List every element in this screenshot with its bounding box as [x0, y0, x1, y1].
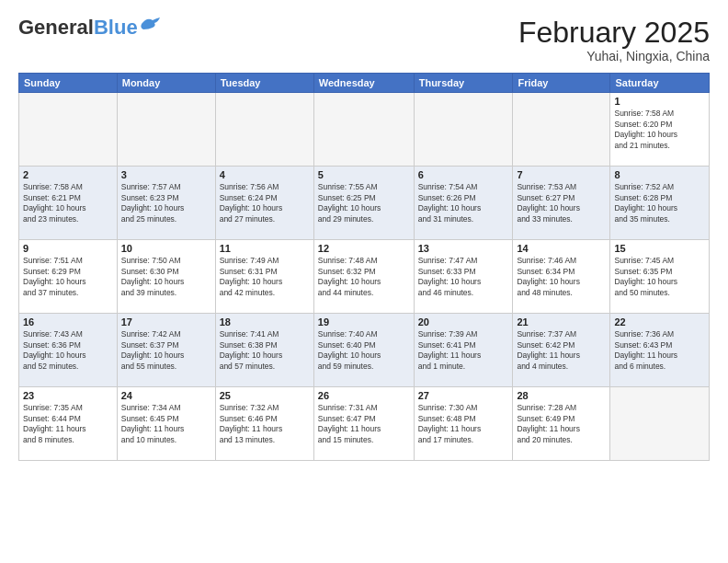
table-row — [19, 93, 118, 167]
table-row: 6Sunrise: 7:54 AM Sunset: 6:26 PM Daylig… — [414, 167, 513, 240]
day-number: 2 — [23, 169, 113, 180]
table-row: 16Sunrise: 7:43 AM Sunset: 6:36 PM Dayli… — [19, 314, 118, 387]
calendar-row-1: 1Sunrise: 7:58 AM Sunset: 6:20 PM Daylig… — [19, 93, 710, 167]
day-number: 9 — [23, 243, 113, 254]
day-number: 12 — [318, 243, 410, 254]
day-info: Sunrise: 7:46 AM Sunset: 6:34 PM Dayligh… — [517, 256, 606, 298]
table-row: 23Sunrise: 7:35 AM Sunset: 6:44 PM Dayli… — [19, 387, 118, 461]
day-number: 19 — [318, 316, 410, 327]
day-info: Sunrise: 7:53 AM Sunset: 6:27 PM Dayligh… — [517, 182, 606, 224]
day-info: Sunrise: 7:41 AM Sunset: 6:38 PM Dayligh… — [220, 329, 310, 372]
day-number: 25 — [220, 390, 310, 401]
table-row: 18Sunrise: 7:41 AM Sunset: 6:38 PM Dayli… — [215, 314, 313, 387]
day-number: 26 — [318, 390, 410, 401]
table-row — [117, 93, 215, 167]
day-number: 16 — [23, 316, 113, 327]
day-info: Sunrise: 7:42 AM Sunset: 6:37 PM Dayligh… — [121, 329, 211, 372]
table-row: 13Sunrise: 7:47 AM Sunset: 6:33 PM Dayli… — [414, 240, 513, 314]
th-monday: Monday — [117, 74, 215, 93]
table-row — [414, 93, 513, 167]
day-number: 6 — [418, 169, 509, 180]
day-number: 20 — [418, 316, 509, 327]
th-sunday: Sunday — [19, 74, 118, 93]
calendar-row-2: 2Sunrise: 7:58 AM Sunset: 6:21 PM Daylig… — [19, 167, 710, 240]
day-info: Sunrise: 7:48 AM Sunset: 6:32 PM Dayligh… — [318, 256, 410, 298]
table-row: 4Sunrise: 7:56 AM Sunset: 6:24 PM Daylig… — [215, 167, 313, 240]
table-row: 3Sunrise: 7:57 AM Sunset: 6:23 PM Daylig… — [117, 167, 215, 240]
day-info: Sunrise: 7:56 AM Sunset: 6:24 PM Dayligh… — [220, 182, 310, 224]
logo-bird-icon — [140, 17, 160, 31]
day-number: 10 — [121, 243, 211, 254]
day-number: 18 — [220, 316, 310, 327]
day-info: Sunrise: 7:54 AM Sunset: 6:26 PM Dayligh… — [418, 182, 509, 224]
day-info: Sunrise: 7:35 AM Sunset: 6:44 PM Dayligh… — [23, 403, 113, 445]
day-number: 14 — [517, 243, 606, 254]
day-info: Sunrise: 7:52 AM Sunset: 6:28 PM Dayligh… — [614, 182, 705, 224]
table-row: 26Sunrise: 7:31 AM Sunset: 6:47 PM Dayli… — [313, 387, 414, 461]
day-number: 11 — [220, 243, 310, 254]
day-number: 23 — [23, 390, 113, 401]
header: GeneralBlue February 2025 Yuhai, Ningxia… — [18, 17, 710, 63]
day-info: Sunrise: 7:39 AM Sunset: 6:41 PM Dayligh… — [418, 329, 509, 372]
day-number: 5 — [318, 169, 410, 180]
day-info: Sunrise: 7:55 AM Sunset: 6:25 PM Dayligh… — [318, 182, 410, 224]
day-number: 15 — [614, 243, 705, 254]
day-number: 3 — [121, 169, 211, 180]
day-info: Sunrise: 7:57 AM Sunset: 6:23 PM Dayligh… — [121, 182, 211, 224]
day-info: Sunrise: 7:30 AM Sunset: 6:48 PM Dayligh… — [418, 403, 509, 445]
calendar: Sunday Monday Tuesday Wednesday Thursday… — [18, 73, 710, 461]
table-row — [215, 93, 313, 167]
day-info: Sunrise: 7:45 AM Sunset: 6:35 PM Dayligh… — [614, 256, 705, 298]
day-number: 24 — [121, 390, 211, 401]
table-row: 7Sunrise: 7:53 AM Sunset: 6:27 PM Daylig… — [513, 167, 610, 240]
table-row: 25Sunrise: 7:32 AM Sunset: 6:46 PM Dayli… — [215, 387, 313, 461]
th-tuesday: Tuesday — [215, 74, 313, 93]
day-info: Sunrise: 7:36 AM Sunset: 6:43 PM Dayligh… — [614, 329, 705, 372]
table-row: 17Sunrise: 7:42 AM Sunset: 6:37 PM Dayli… — [117, 314, 215, 387]
calendar-row-5: 23Sunrise: 7:35 AM Sunset: 6:44 PM Dayli… — [19, 387, 710, 461]
day-number: 21 — [517, 316, 606, 327]
table-row: 15Sunrise: 7:45 AM Sunset: 6:35 PM Dayli… — [610, 240, 710, 314]
day-info: Sunrise: 7:47 AM Sunset: 6:33 PM Dayligh… — [418, 256, 509, 298]
day-info: Sunrise: 7:31 AM Sunset: 6:47 PM Dayligh… — [318, 403, 410, 445]
table-row: 2Sunrise: 7:58 AM Sunset: 6:21 PM Daylig… — [19, 167, 118, 240]
day-number: 17 — [121, 316, 211, 327]
day-number: 13 — [418, 243, 509, 254]
title-block: February 2025 Yuhai, Ningxia, China — [518, 17, 710, 63]
day-info: Sunrise: 7:34 AM Sunset: 6:45 PM Dayligh… — [121, 403, 211, 445]
th-friday: Friday — [513, 74, 610, 93]
day-number: 1 — [614, 96, 705, 107]
day-number: 7 — [517, 169, 606, 180]
table-row: 12Sunrise: 7:48 AM Sunset: 6:32 PM Dayli… — [313, 240, 414, 314]
table-row — [313, 93, 414, 167]
subtitle: Yuhai, Ningxia, China — [518, 49, 710, 63]
day-info: Sunrise: 7:40 AM Sunset: 6:40 PM Dayligh… — [318, 329, 410, 372]
logo-text: GeneralBlue — [18, 17, 138, 39]
calendar-row-3: 9Sunrise: 7:51 AM Sunset: 6:29 PM Daylig… — [19, 240, 710, 314]
table-row: 9Sunrise: 7:51 AM Sunset: 6:29 PM Daylig… — [19, 240, 118, 314]
month-title: February 2025 — [518, 17, 710, 49]
th-thursday: Thursday — [414, 74, 513, 93]
table-row: 8Sunrise: 7:52 AM Sunset: 6:28 PM Daylig… — [610, 167, 710, 240]
day-number: 8 — [614, 169, 705, 180]
th-wednesday: Wednesday — [313, 74, 414, 93]
table-row: 22Sunrise: 7:36 AM Sunset: 6:43 PM Dayli… — [610, 314, 710, 387]
table-row — [513, 93, 610, 167]
table-row: 27Sunrise: 7:30 AM Sunset: 6:48 PM Dayli… — [414, 387, 513, 461]
table-row: 10Sunrise: 7:50 AM Sunset: 6:30 PM Dayli… — [117, 240, 215, 314]
day-info: Sunrise: 7:51 AM Sunset: 6:29 PM Dayligh… — [23, 256, 113, 298]
page: GeneralBlue February 2025 Yuhai, Ningxia… — [0, 0, 728, 563]
day-info: Sunrise: 7:49 AM Sunset: 6:31 PM Dayligh… — [220, 256, 310, 298]
table-row: 14Sunrise: 7:46 AM Sunset: 6:34 PM Dayli… — [513, 240, 610, 314]
day-info: Sunrise: 7:58 AM Sunset: 6:21 PM Dayligh… — [23, 182, 113, 224]
day-info: Sunrise: 7:50 AM Sunset: 6:30 PM Dayligh… — [121, 256, 211, 298]
day-number: 22 — [614, 316, 705, 327]
table-row: 11Sunrise: 7:49 AM Sunset: 6:31 PM Dayli… — [215, 240, 313, 314]
th-saturday: Saturday — [610, 74, 710, 93]
calendar-row-4: 16Sunrise: 7:43 AM Sunset: 6:36 PM Dayli… — [19, 314, 710, 387]
table-row: 5Sunrise: 7:55 AM Sunset: 6:25 PM Daylig… — [313, 167, 414, 240]
table-row: 21Sunrise: 7:37 AM Sunset: 6:42 PM Dayli… — [513, 314, 610, 387]
day-info: Sunrise: 7:43 AM Sunset: 6:36 PM Dayligh… — [23, 329, 113, 372]
day-info: Sunrise: 7:37 AM Sunset: 6:42 PM Dayligh… — [517, 329, 606, 372]
day-number: 4 — [220, 169, 310, 180]
